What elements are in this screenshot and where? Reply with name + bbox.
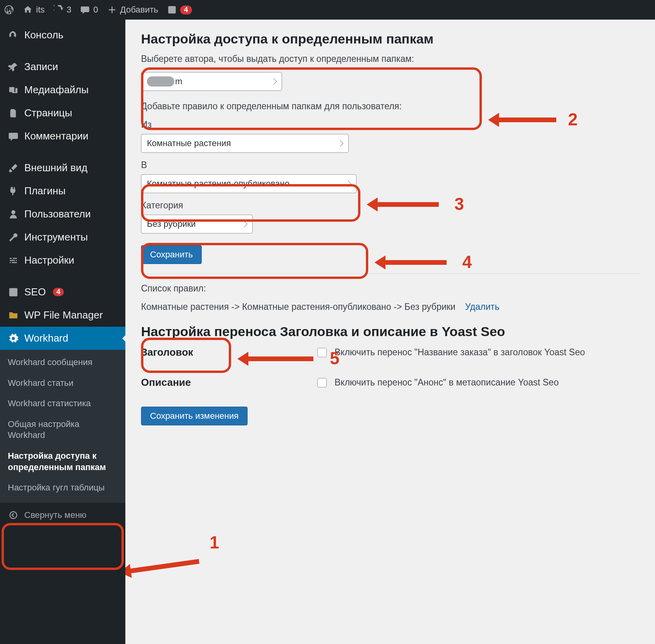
hint-author: Выберете автора, чтобы выдать доступ к о… [141,54,639,64]
heading-chk-label: Включить перенос "Название заказа" в заг… [335,347,585,358]
site-name: its [36,5,45,15]
refresh-icon [53,5,63,15]
rule-text: Комнатные растения -> Комнатные растения… [141,302,456,312]
heading-checkbox[interactable] [317,348,327,357]
yoast-title: Настройка переноса Заголовка и описание … [141,324,639,339]
menu-users[interactable]: Пользователи [0,203,125,226]
page-title: Настройка доступа к определенным папкам [141,31,639,47]
yoast-link[interactable]: 4 [167,5,192,15]
updates-count: 3 [67,5,71,15]
menu-posts-label: Записи [24,61,58,73]
menu-plugins[interactable]: Плагины [0,179,125,203]
comment-icon [8,131,19,142]
sub-folder-access[interactable]: Настройка доступа к определенным папкам [0,446,125,478]
menu-comments-label: Комментарии [24,130,89,142]
menu-settings[interactable]: Настройки [0,249,125,272]
menu-workhard[interactable]: Workhard [0,327,125,350]
home-icon [23,5,33,15]
rule-line: Комнатные растения -> Комнатные растения… [141,302,639,312]
menu-comments[interactable]: Комментарии [0,125,125,148]
author-select[interactable]: m [141,72,282,91]
sub-articles[interactable]: Workhard статьи [0,373,125,394]
menu-appearance-label: Внешний вид [24,162,87,174]
folder-icon [8,310,19,321]
wordpress-icon [4,5,14,15]
menu-posts[interactable]: Записи [0,55,125,78]
yoast-badge: 4 [180,5,192,14]
comment-icon [80,5,90,15]
menu-media[interactable]: Медиафайлы [0,78,125,101]
wp-logo[interactable] [4,5,14,15]
row-heading: Заголовок Включить перенос "Название зак… [141,346,639,358]
seo-badge: 4 [53,288,64,296]
menu-wpfm-label: WP File Manager [24,309,103,321]
callout-number-1: 1 [210,533,219,552]
collapse-menu[interactable]: Свернуть меню [0,502,125,528]
add-new-link[interactable]: Добавить [107,5,158,15]
sub-general[interactable]: Общая настройка Workhard [0,414,125,446]
menu-dashboard-label: Консоль [24,29,63,41]
save-changes-button[interactable]: Сохранить изменения [141,407,248,425]
callout-arrow-1 [129,559,199,573]
menu-seo[interactable]: SEO 4 [0,280,125,304]
add-new-label: Добавить [120,5,158,15]
menu-dashboard[interactable]: Консоль [0,24,125,47]
hint-rule: Добавьте правило к определенным папкам д… [141,101,639,112]
sub-stats[interactable]: Workhard статистика [0,393,125,414]
media-icon [8,85,19,96]
rule-delete-link[interactable]: Удалить [465,302,499,312]
row-description: Описание Включить перенос "Анонс" в мета… [141,376,639,389]
users-icon [8,209,19,220]
from-select[interactable]: Комнатные растения [141,134,349,153]
pin-icon [8,62,19,72]
gear-icon [8,333,19,344]
submenu-workhard: Workhard сообщения Workhard статьи Workh… [0,350,125,502]
menu-appearance[interactable]: Внешний вид [0,156,125,179]
divider [141,273,639,274]
sliders-icon [8,255,19,266]
menu-settings-label: Настройки [24,254,74,266]
label-to: В [141,160,639,170]
cat-value: Без рубрики [147,219,196,229]
description-checkbox[interactable] [317,378,327,387]
label-cat: Категория [141,200,639,211]
menu-pages[interactable]: Страницы [0,101,125,125]
to-select[interactable]: Комнатные растения-опубликовано [141,174,356,193]
menu-tools[interactable]: Инструменты [0,226,125,249]
menu-media-label: Медиафайлы [24,84,89,96]
menu-plugins-label: Плагины [24,185,65,197]
menu-tools-label: Инструменты [24,231,88,243]
sub-messages[interactable]: Workhard сообщения [0,352,125,373]
save-button[interactable]: Сохранить [141,245,202,264]
brush-icon [8,163,19,174]
callout-box-1 [2,523,124,570]
menu-seo-label: SEO [24,286,46,298]
yoast-icon [167,5,177,15]
yoast-icon [8,287,19,298]
site-link[interactable]: its [23,5,45,15]
plus-icon [107,5,117,15]
content-area: Настройка доступа к определенным папкам … [125,20,655,644]
sub-gsheets[interactable]: Настройка гугл таблицы [0,478,125,498]
svg-point-0 [10,512,17,519]
row-heading-label: Заголовок [141,346,309,358]
adminbar: its 3 0 Добавить 4 [0,0,655,20]
comments-link[interactable]: 0 [80,5,98,15]
label-from: Из [141,119,639,130]
plug-icon [8,186,19,197]
collapse-label: Свернуть меню [24,510,87,520]
menu-workhard-label: Workhard [24,332,68,344]
cat-select[interactable]: Без рубрики [141,215,253,233]
wrench-icon [8,232,19,243]
pages-icon [8,108,19,119]
collapse-icon [8,510,19,521]
admin-sidebar: Консоль Записи Медиафайлы Страницы Комме… [0,20,125,644]
row-description-label: Описание [141,376,309,389]
dashboard-icon [8,30,19,41]
from-value: Комнатные растения [147,138,231,148]
rules-list-label: Список правил: [141,283,639,294]
menu-pages-label: Страницы [24,107,72,119]
updates-link[interactable]: 3 [53,5,71,15]
menu-wpfm[interactable]: WP File Manager [0,304,125,327]
to-value: Комнатные растения-опубликовано [147,179,290,189]
